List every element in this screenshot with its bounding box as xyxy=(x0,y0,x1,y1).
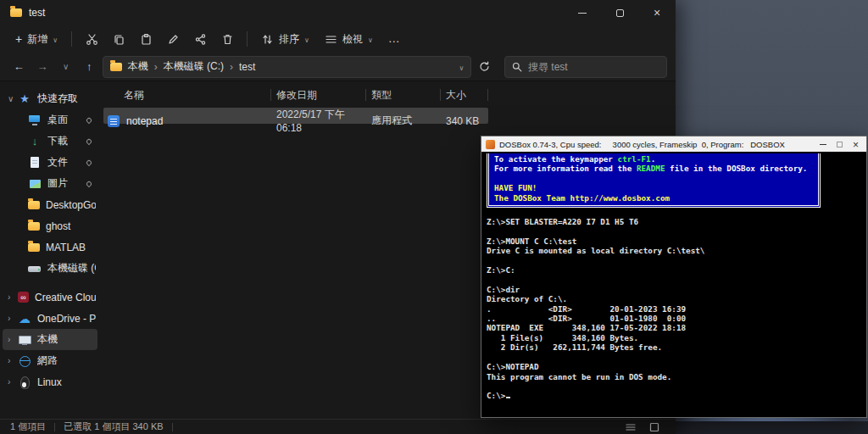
window-title: test xyxy=(29,7,45,19)
window-controls xyxy=(564,0,676,25)
search-box[interactable] xyxy=(504,56,667,78)
minimize-button[interactable] xyxy=(564,0,601,25)
pin-icon xyxy=(86,180,92,186)
maximize-icon xyxy=(837,142,843,147)
file-name: notepad xyxy=(126,115,163,127)
breadcrumb-this-pc[interactable]: 本機 xyxy=(128,59,148,74)
forward-button[interactable] xyxy=(32,56,53,78)
sidebar-item-label: 下載 xyxy=(47,134,81,148)
refresh-button[interactable] xyxy=(474,56,495,78)
sidebar-item-this-pc[interactable]: 本機 xyxy=(3,329,97,350)
column-header-name[interactable]: 名稱 xyxy=(103,89,271,101)
console-output: Z:\>SET BLASTER=A220 I7 D1 H5 T6 Z:\>MOU… xyxy=(487,217,861,401)
onedrive-icon xyxy=(18,312,31,326)
copy-button[interactable] xyxy=(106,28,131,50)
dosbox-window: DOSBox 0.74-3, Cpu speed: 3000 cycles, F… xyxy=(481,136,867,418)
recent-locations-button[interactable] xyxy=(55,56,76,78)
maximize-button[interactable] xyxy=(601,0,638,25)
sidebar-item-network[interactable]: 網路 xyxy=(3,350,97,371)
back-button[interactable] xyxy=(8,56,30,78)
column-header-size[interactable]: 大小 xyxy=(441,89,488,101)
navigation-pane: 快速存取 桌面 下載 文件 xyxy=(0,81,100,419)
console-text: Z:\>SET BLASTER=A220 I7 D1 H5 T6 Z:\>MOU… xyxy=(487,217,704,400)
sidebar-item-ghost[interactable]: ghost xyxy=(3,215,97,236)
sidebar-item-linux[interactable]: Linux xyxy=(3,371,97,392)
cut-button[interactable] xyxy=(79,28,104,50)
chevron-right-icon[interactable] xyxy=(8,356,14,365)
dosbox-maximize-button[interactable] xyxy=(837,142,843,147)
sidebar-item-documents[interactable]: 文件 xyxy=(3,152,97,173)
sidebar-item-quick-access[interactable]: 快速存取 xyxy=(3,88,97,109)
sidebar-item-label: MATLAB xyxy=(46,242,96,253)
view-icon xyxy=(325,33,337,46)
search-input[interactable] xyxy=(528,61,659,73)
status-divider xyxy=(54,423,55,431)
welcome-line-keymapper: To activate the keymapper ctrl-F1. xyxy=(494,154,815,164)
delete-button[interactable] xyxy=(214,28,240,50)
sidebar-item-label: Creative Cloud File xyxy=(35,292,96,303)
toolbar-divider xyxy=(247,31,248,47)
address-dropdown-icon[interactable] xyxy=(459,61,464,73)
sidebar-item-downloads[interactable]: 下載 xyxy=(3,131,97,152)
breadcrumb-test[interactable]: test xyxy=(239,61,255,73)
rename-button[interactable] xyxy=(160,28,186,50)
chevron-down-icon[interactable] xyxy=(8,94,14,103)
drive-icon xyxy=(28,262,42,275)
sidebar-group-gap xyxy=(0,279,100,287)
share-button[interactable] xyxy=(187,28,213,50)
sidebar-item-label: 文件 xyxy=(47,155,81,170)
dosbox-titlebar[interactable]: DOSBox 0.74-3, Cpu speed: 3000 cycles, F… xyxy=(481,136,866,152)
large-icons-view-icon xyxy=(649,422,659,432)
sidebar-item-desktopgoose[interactable]: DesktopGoose v0... xyxy=(3,194,97,215)
cut-icon xyxy=(86,33,98,46)
sidebar-item-creative-cloud[interactable]: Creative Cloud File xyxy=(3,287,97,308)
screen: test 新增 排序 xyxy=(0,0,868,434)
breadcrumb[interactable]: 本機 本機磁碟 (C:) test xyxy=(103,56,472,78)
copy-icon xyxy=(113,33,125,46)
chevron-down-icon xyxy=(53,33,58,45)
view-button[interactable]: 檢視 xyxy=(318,29,380,50)
sidebar-item-label: ghost xyxy=(46,220,96,232)
explorer-titlebar[interactable]: test xyxy=(0,0,676,25)
selection-info: 已選取 1 個項目 340 KB xyxy=(64,420,163,433)
item-count: 1 個項目 xyxy=(10,420,46,433)
dosbox-window-title: DOSBox 0.74-3, Cpu speed: 3000 cycles, F… xyxy=(499,140,812,149)
close-button[interactable] xyxy=(638,0,676,25)
file-row-notepad[interactable]: notepad 2022/5/17 下午 06:18 應用程式 340 KB xyxy=(103,108,488,124)
chevron-right-icon[interactable] xyxy=(8,314,14,323)
share-icon xyxy=(194,33,207,46)
chevron-right-icon[interactable] xyxy=(8,335,14,344)
sidebar-item-local-disk-c[interactable]: 本機磁碟 (C:) xyxy=(3,258,97,279)
large-icons-view-button[interactable] xyxy=(647,421,662,433)
sidebar-item-pictures[interactable]: 圖片 xyxy=(3,173,97,194)
dosbox-console[interactable]: To activate the keymapper ctrl-F1. For m… xyxy=(481,152,866,417)
sort-button[interactable]: 排序 xyxy=(254,29,316,50)
new-button-label: 新增 xyxy=(27,32,47,47)
pictures-icon xyxy=(28,177,42,191)
up-button[interactable] xyxy=(79,56,100,78)
dosbox-minimize-button[interactable] xyxy=(820,144,826,145)
column-header-type[interactable]: 類型 xyxy=(366,89,441,101)
notepad-app-icon xyxy=(108,115,120,127)
dosbox-app-icon xyxy=(486,140,495,149)
minimize-icon xyxy=(820,144,826,145)
view-button-label: 檢視 xyxy=(342,32,363,47)
breadcrumb-chevron-icon[interactable] xyxy=(154,61,158,73)
paste-button[interactable] xyxy=(133,28,159,50)
column-header-modified[interactable]: 修改日期 xyxy=(271,89,366,101)
dosbox-close-button[interactable] xyxy=(853,136,859,152)
breadcrumb-local-disk[interactable]: 本機磁碟 (C:) xyxy=(164,59,224,74)
desktop-icon xyxy=(28,114,42,127)
more-options-button[interactable] xyxy=(381,28,407,50)
chevron-right-icon[interactable] xyxy=(8,377,14,387)
refresh-icon xyxy=(479,61,490,72)
details-view-button[interactable] xyxy=(623,421,638,433)
linux-icon xyxy=(18,376,31,389)
sidebar-item-matlab[interactable]: MATLAB xyxy=(3,236,97,258)
new-button[interactable]: 新增 xyxy=(8,29,64,50)
sidebar-item-onedrive[interactable]: OneDrive - Persona xyxy=(3,308,97,329)
explorer-command-bar: 新增 排序 檢視 xyxy=(0,25,676,53)
breadcrumb-chevron-icon[interactable] xyxy=(230,61,233,73)
sidebar-item-desktop[interactable]: 桌面 xyxy=(3,109,97,131)
chevron-right-icon[interactable] xyxy=(8,292,14,302)
